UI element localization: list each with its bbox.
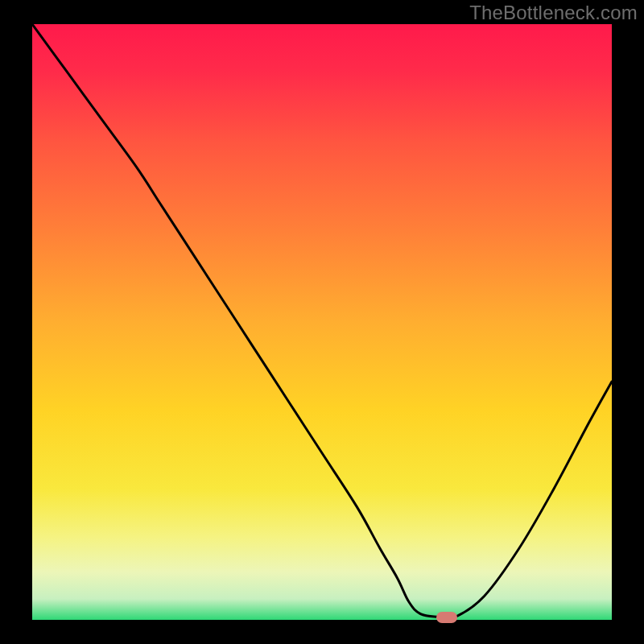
plot-area (32, 24, 612, 620)
optimal-point-marker (436, 612, 457, 623)
plot-svg (32, 24, 612, 620)
gradient-rect (32, 24, 612, 620)
chart-container: TheBottleneck.com (0, 0, 644, 644)
watermark-text: TheBottleneck.com (469, 2, 638, 24)
